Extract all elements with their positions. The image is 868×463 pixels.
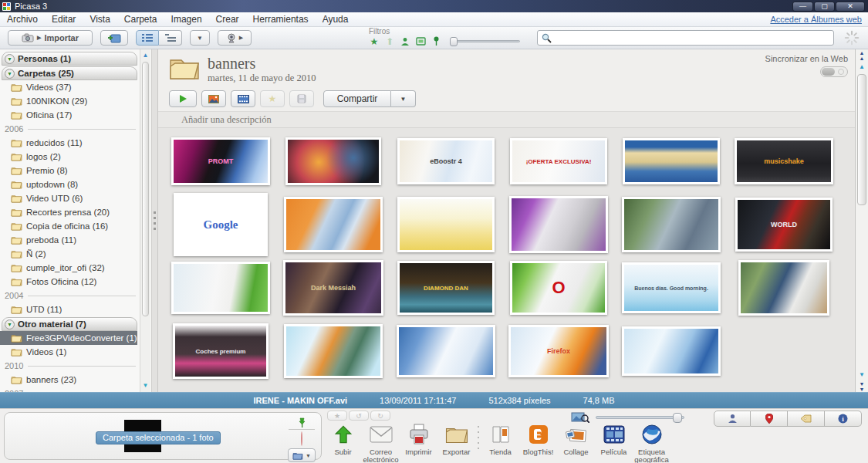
photo-thumbnail-20[interactable] <box>284 324 383 378</box>
correo-button[interactable]: Correo electrónico <box>362 421 400 463</box>
filter-date-slider[interactable] <box>451 40 520 42</box>
sidebar-scrollbar[interactable]: ▲ ▼ <box>140 49 150 392</box>
scroll-down-icon[interactable]: ▼ <box>856 369 868 380</box>
maximize-button[interactable]: ▢ <box>814 2 835 12</box>
photo-thumbnail-11[interactable] <box>622 197 721 252</box>
photo-thumbnail-14[interactable]: Dark Messiah <box>283 260 383 316</box>
photo-view-button[interactable] <box>201 90 226 107</box>
sidebar-item-fotos-oficina-12[interactable]: Fotos Oficina (12) <box>0 275 139 289</box>
rotate-right-button[interactable]: ↻ <box>370 411 390 421</box>
filter-geotagged-icon[interactable] <box>429 35 443 47</box>
minimize-button[interactable]: — <box>792 2 813 12</box>
sidebar-item-reducidos-11[interactable]: reducidos (11) <box>0 136 139 150</box>
sidebar-resize-handle[interactable] <box>151 49 157 392</box>
sidebar-item-copia-de-oficina-16[interactable]: Copia de oficina (16) <box>0 219 139 233</box>
close-button[interactable]: ✕ <box>836 2 865 12</box>
exportar-button[interactable]: Exportar <box>437 421 475 456</box>
photo-thumbnail-5[interactable] <box>623 138 720 184</box>
hold-selection-button[interactable] <box>289 416 315 430</box>
people-panel-button[interactable] <box>714 411 751 427</box>
sidebar-item-utd-11[interactable]: UTD (11) <box>0 302 139 316</box>
sidebar-item-video-utd-6[interactable]: Video UTD (6) <box>0 191 139 205</box>
photo-thumbnail-18[interactable] <box>738 260 829 316</box>
photo-thumbnail-4[interactable]: ¡OFERTA EXCLUSIVA! <box>510 138 607 184</box>
sidebar-item-logos-2[interactable]: logos (2) <box>0 150 139 164</box>
pelicula-button[interactable]: Película <box>595 421 633 456</box>
tienda-button[interactable]: Tienda <box>481 421 519 456</box>
collapse-toggle-icon[interactable]: ▼ <box>5 69 15 79</box>
menu-archivo[interactable]: Archivo <box>0 14 45 25</box>
collapse-toggle-icon[interactable]: ▼ <box>5 54 15 64</box>
filter-faces-icon[interactable] <box>398 35 412 47</box>
photo-thumbnail-16[interactable]: O <box>510 261 607 315</box>
view-options-dropdown[interactable]: ▼ <box>190 30 210 46</box>
sidebar-item-recortes-prensa-20[interactable]: Recortes prensa (20) <box>0 205 139 219</box>
folder-title[interactable]: banners <box>208 56 316 71</box>
places-panel-button[interactable] <box>751 411 788 427</box>
sidebar-item-videos-1[interactable]: Videos (1) <box>0 345 139 359</box>
sidebar-item-videos-37[interactable]: Videos (37) <box>0 80 139 94</box>
photo-thumbnail-17[interactable]: Buenos días. Good morning. <box>622 262 721 313</box>
sync-toggle[interactable] <box>820 66 848 77</box>
photo-thumbnail-8[interactable] <box>284 197 383 252</box>
filter-starred-icon[interactable]: ★ <box>367 35 381 47</box>
sidebar-item-carpetas-25[interactable]: ▼Carpetas (25) <box>2 66 137 80</box>
photo-thumbnail-6[interactable]: musicshake <box>735 138 833 184</box>
zoom-slider[interactable] <box>596 416 684 419</box>
filter-uploaded-icon[interactable]: ⬆ <box>383 35 397 47</box>
sidebar-item-free3gpvideoconverter-1[interactable]: Free3GPVideoConverter (1) <box>0 331 137 345</box>
sidebar-item-100nikon-29[interactable]: 100NIKON (29) <box>0 94 139 108</box>
scroll-down-icon[interactable]: ▼ <box>140 380 150 391</box>
search-input[interactable] <box>552 33 829 42</box>
scrollbar-thumb[interactable] <box>142 62 149 316</box>
sidebar-item-oficina-17[interactable]: Oficina (17) <box>0 108 139 122</box>
sidebar-item-otro-material-7[interactable]: ▼Otro material (7) <box>2 317 137 331</box>
menu-herramientas[interactable]: Herramientas <box>246 14 316 25</box>
menu-vista[interactable]: Vista <box>83 14 117 25</box>
photo-thumbnail-2[interactable] <box>285 137 381 185</box>
collapse-toggle-icon[interactable]: ▼ <box>5 319 15 330</box>
description-field[interactable]: Añadir una descripción <box>158 111 868 128</box>
sidebar-item-personas-1[interactable]: ▼Personas (1) <box>2 52 137 66</box>
sidebar-item-banners-23[interactable]: banners (23) <box>0 373 139 387</box>
properties-panel-button[interactable]: i <box>825 411 862 427</box>
subir-button[interactable]: Subir <box>324 421 362 456</box>
sidebar-item-uptodown-8[interactable]: uptodown (8) <box>0 177 139 191</box>
import-button[interactable]: ▶ Importar <box>8 30 93 46</box>
photo-thumbnail-23[interactable] <box>622 326 721 376</box>
add-folder-button[interactable] <box>100 30 128 46</box>
clear-tray-button[interactable] <box>301 432 302 446</box>
blogthis-button[interactable]: BlogThis! <box>519 421 557 456</box>
menu-ayuda[interactable]: Ayuda <box>316 14 356 25</box>
sidebar-item-cumple-itor-ofi-32[interactable]: cumple_itor_ofi (32) <box>0 261 139 275</box>
menu-imagen[interactable]: Imagen <box>164 14 209 25</box>
menu-carpeta[interactable]: Carpeta <box>117 14 164 25</box>
star-button[interactable]: ★ <box>260 90 285 107</box>
photo-thumbnail-22[interactable]: Firefox <box>508 325 609 377</box>
scroll-top-icon[interactable]: ▲▲ <box>856 49 868 61</box>
star-edit-button[interactable]: ★ <box>327 411 347 421</box>
scroll-up-icon[interactable]: ▲ <box>140 50 150 61</box>
sidebar-item-2[interactable]: Ñ (2) <box>0 247 139 261</box>
photo-thumbnail-9[interactable] <box>397 197 495 252</box>
photo-thumbnail-13[interactable] <box>171 262 270 314</box>
sidebar-item-premio-8[interactable]: Premio (8) <box>0 164 139 177</box>
etiqueta-button[interactable]: Etiqueta geográfica <box>633 421 670 463</box>
tree-view-button[interactable] <box>159 30 182 46</box>
main-scrollbar[interactable]: ▲▲ ▲ ▼ ▼▼ <box>855 49 868 392</box>
filter-videos-icon[interactable] <box>414 35 427 47</box>
web-albums-link[interactable]: Acceder a Álbumes web <box>770 15 868 24</box>
save-button[interactable] <box>289 90 314 107</box>
rotate-left-button[interactable]: ↺ <box>349 411 369 421</box>
photo-thumbnail-12[interactable]: WORLD <box>735 198 833 252</box>
photo-thumbnail-3[interactable]: eBoostr 4 <box>397 138 495 184</box>
photo-thumbnail-1[interactable]: PROMT <box>171 137 270 185</box>
list-view-button[interactable] <box>136 30 159 46</box>
tray-folder-dropdown[interactable]: ▼ <box>288 448 316 462</box>
sidebar-item-preboda-11[interactable]: preboda (11) <box>0 233 139 247</box>
collage-button[interactable]: Collage <box>557 421 595 456</box>
slideshow-button[interactable] <box>169 90 197 107</box>
menu-crear[interactable]: Crear <box>209 14 246 25</box>
search-box[interactable] <box>537 30 834 46</box>
webcam-button[interactable]: ▶ <box>218 30 252 46</box>
